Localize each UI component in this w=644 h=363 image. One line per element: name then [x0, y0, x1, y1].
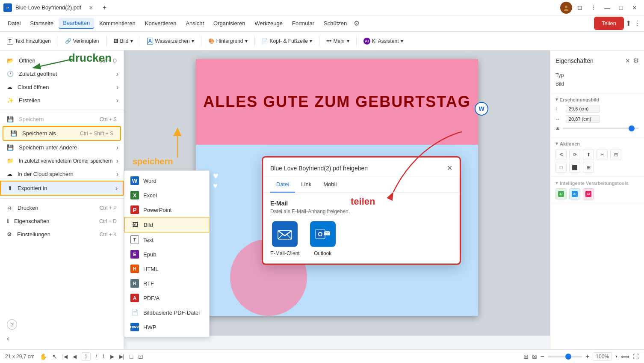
dialog-tab-datei[interactable]: Datei — [270, 177, 295, 193]
menu-startseite[interactable]: Startseite — [26, 18, 58, 28]
intelligente-collapse[interactable]: ▾ — [555, 180, 558, 186]
action-btn-7[interactable]: ⬛ — [569, 162, 580, 173]
datei-offnen[interactable]: 📂 Öffnen Ctrl + O — [0, 54, 124, 67]
wasserzeichen-btn[interactable]: A Wasserzeichen ▾ — [144, 36, 198, 46]
window-minimize-btn[interactable]: — — [601, 2, 613, 14]
nav-first[interactable]: |◀ — [62, 354, 68, 360]
zoom-level[interactable]: 100% — [593, 352, 612, 361]
zoom-fit-icon[interactable]: ⊠ — [532, 353, 537, 360]
export-bild[interactable]: 🖼 Bild — [124, 217, 209, 232]
menu-ansicht[interactable]: Ansicht — [181, 18, 208, 28]
scale-slider[interactable] — [563, 128, 639, 129]
datei-eigenschaften[interactable]: ℹ Eigenschaften Ctrl + D — [0, 214, 124, 228]
upload-icon[interactable]: ⬆ — [626, 19, 631, 27]
outlook-option[interactable]: O Outlook — [310, 221, 336, 256]
zoom-slider[interactable] — [548, 356, 582, 357]
ki-assistent-btn[interactable]: AI KI Assistent ▾ — [360, 36, 407, 46]
action-btn-8[interactable]: ⊞ — [583, 162, 594, 173]
text-hinzufugen-btn[interactable]: T Text hinzufügen — [3, 36, 54, 46]
collapse-icon[interactable]: ▾ — [555, 97, 558, 102]
menu-bearbeiten[interactable]: Bearbeiten — [59, 18, 94, 29]
datei-speichern-unter[interactable]: 💾 Speichern unter Andere — [0, 141, 124, 154]
menu-organisieren[interactable]: Organisieren — [209, 18, 249, 28]
mehr-btn[interactable]: ••• Mehr ▾ — [323, 36, 353, 46]
zoom-options-icon[interactable]: ⊞ — [523, 353, 529, 360]
props-settings-icon[interactable]: ⚙ — [633, 57, 639, 65]
export-html[interactable]: H HTML — [124, 262, 209, 276]
width-input[interactable] — [566, 115, 600, 123]
menu-kommentieren[interactable]: Kommentieren — [95, 18, 140, 28]
settings-icon[interactable]: ⚙ — [354, 19, 360, 27]
outlook-label: Outlook — [314, 250, 331, 256]
export-epub[interactable]: E Epub — [124, 247, 209, 262]
export-text[interactable]: T Text — [124, 232, 209, 247]
bild-btn[interactable]: 🖼 Bild ▾ — [110, 36, 136, 46]
export-hwp[interactable]: HWP HWP — [124, 320, 209, 334]
datei-cloud-speichern[interactable]: ☁ In der Cloud speichern — [0, 167, 124, 181]
nav-prev[interactable]: ◀ — [73, 354, 77, 360]
menu-datei[interactable]: Datei — [3, 18, 25, 28]
dialog-close-btn[interactable]: ✕ — [447, 164, 452, 172]
kopf-btn[interactable]: 📄 Kopf- & Fußzeile ▾ — [258, 36, 316, 46]
export-excel[interactable]: X Excel — [124, 188, 209, 202]
export-pdfa[interactable]: A PDF/A — [124, 291, 209, 305]
nav-next[interactable]: ▶ — [110, 354, 114, 360]
window-close-btn[interactable]: ✕ — [629, 2, 641, 14]
datei-cloud-offnen[interactable]: ☁ Cloud öffnen — [0, 80, 124, 94]
zoom-minus[interactable]: − — [541, 353, 544, 360]
fit-width-icon[interactable]: ⟺ — [621, 353, 629, 360]
menu-schutzen[interactable]: Schützen — [319, 18, 351, 28]
datei-drucken[interactable]: 🖨 Drucken Ctrl + P — [0, 201, 124, 214]
action-btn-4[interactable]: ✂ — [597, 149, 608, 160]
action-btn-6[interactable]: □ — [555, 162, 567, 173]
tool-select[interactable]: ↖ — [52, 353, 57, 360]
fullscreen-icon[interactable]: ⛶ — [633, 353, 639, 360]
datei-zuletzt[interactable]: 🕐 Zuletzt geöffnet — [0, 67, 124, 80]
page-number[interactable]: 1 — [82, 352, 91, 361]
menu-more-icon[interactable]: ⋮ — [634, 19, 641, 27]
verknupfen-btn[interactable]: 🔗 Verknüpfen — [62, 36, 103, 46]
datei-exportieren[interactable]: ⬆ Exportiert in — [0, 181, 124, 196]
height-input[interactable] — [566, 105, 600, 113]
zoom-plus[interactable]: + — [585, 353, 589, 360]
action-btn-2[interactable]: ⟳ — [569, 149, 580, 160]
datei-speichern-als[interactable]: 💾 Speichern als Ctrl + Shift + S — [3, 126, 121, 141]
menu-formular[interactable]: Formular — [288, 18, 319, 28]
datei-einstellungen[interactable]: ⚙ Einstellungen Ctrl + K — [0, 228, 124, 241]
action-btn-3[interactable]: ⬆ — [583, 149, 594, 160]
email-client-option[interactable]: E-Mail-Client — [270, 221, 300, 256]
export-powerpoint[interactable]: P PowerPoint — [124, 202, 209, 217]
intel-btn-1[interactable]: AI — [555, 188, 567, 199]
props-close-btn[interactable]: ✕ — [625, 57, 630, 64]
window-sidebar-btn[interactable]: ⊟ — [574, 2, 586, 14]
window-maximize-btn[interactable]: □ — [615, 2, 627, 14]
nav-back[interactable]: ‹ — [0, 333, 124, 346]
share-button[interactable]: Teilen — [595, 18, 623, 29]
add-tab-btn[interactable]: + — [99, 3, 110, 12]
bildbasierte-icon: 📄 — [130, 308, 139, 317]
aktionen-collapse[interactable]: ▾ — [555, 141, 558, 146]
page-view-icon[interactable]: □ — [130, 353, 133, 360]
action-btn-1[interactable]: ⟲ — [555, 149, 567, 160]
action-btn-5[interactable]: ⊟ — [610, 149, 621, 160]
hintergrund-btn[interactable]: 🎨 Hintergrund ▾ — [205, 36, 251, 46]
export-word[interactable]: W Word — [124, 173, 209, 188]
close-tab-btn[interactable]: ✕ — [86, 4, 96, 12]
export-bildbasierte[interactable]: 📄 Bildbasierte PDF-Datei — [124, 305, 209, 320]
datei-in-zuletzt[interactable]: 📁 In zuletzt verwendetem Ordner speicher… — [0, 154, 124, 167]
fit-icon[interactable]: ⊡ — [138, 353, 143, 360]
datei-erstellen[interactable]: ✨ Erstellen — [0, 94, 124, 107]
menu-konvertieren[interactable]: Konvertieren — [141, 18, 181, 28]
intel-btn-3[interactable]: AI — [583, 188, 594, 199]
help-icon[interactable]: ? — [7, 319, 17, 330]
dialog-tab-link[interactable]: Link — [295, 177, 317, 193]
dialog-tab-mobil[interactable]: Mobil — [317, 177, 343, 193]
menu-werkzeuge[interactable]: Werkzeuge — [251, 18, 287, 28]
window-more-btn[interactable]: ⋮ — [588, 2, 600, 14]
nav-last[interactable]: ▶| — [119, 354, 124, 360]
tool-hand[interactable]: ✋ — [40, 353, 47, 360]
intel-btn-2[interactable]: AI — [569, 188, 580, 199]
export-rtf[interactable]: R RTF — [124, 276, 209, 291]
link-icon: 🔗 — [65, 38, 71, 44]
zoom-dropdown[interactable]: ▾ — [615, 354, 617, 359]
